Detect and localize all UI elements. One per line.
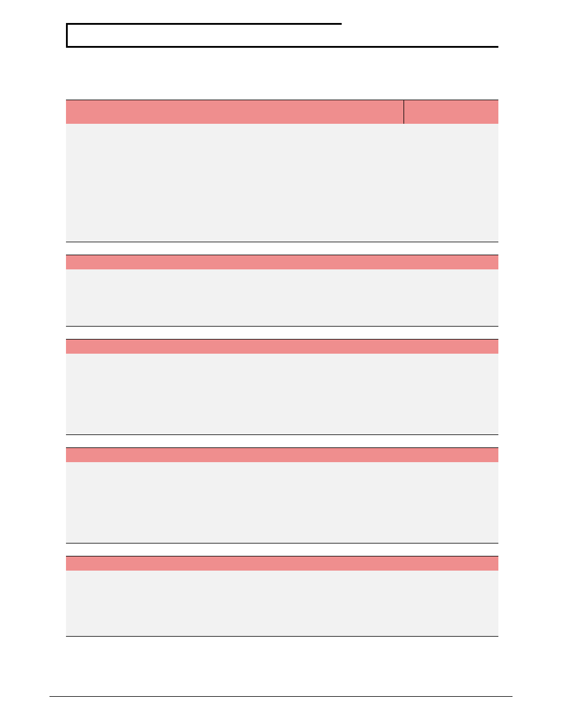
footer-rule — [49, 696, 513, 697]
table-3-header — [66, 339, 498, 354]
table-1-body — [66, 124, 498, 242]
table-4-header — [66, 447, 498, 462]
table-2-body — [66, 269, 498, 327]
table-3-body — [66, 354, 498, 435]
table-4-body — [66, 462, 498, 543]
table-1-header — [66, 100, 498, 124]
page-title-box — [66, 23, 342, 48]
table-1-header-divider — [404, 100, 404, 124]
table-5-header — [66, 556, 498, 571]
table-2-header — [66, 255, 498, 269]
header-rule-right — [342, 46, 498, 48]
table-5-body — [66, 571, 498, 637]
